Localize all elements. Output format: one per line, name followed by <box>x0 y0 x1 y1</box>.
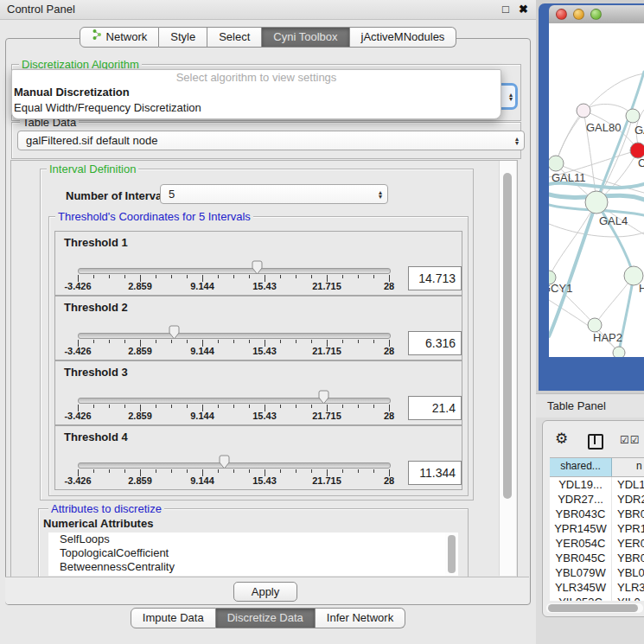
slider-track[interactable] <box>78 268 391 274</box>
network-node[interactable] <box>588 318 602 332</box>
cell-name: YDR2 <box>612 492 644 507</box>
slider-handle[interactable] <box>252 260 263 275</box>
tab-impute-data[interactable]: Impute Data <box>131 608 216 628</box>
network-node[interactable] <box>577 104 590 118</box>
tick-label: 9.144 <box>190 346 214 356</box>
panel-title: Control Panel <box>7 0 75 19</box>
column-header-name[interactable]: n <box>612 458 644 476</box>
apply-button[interactable]: Apply <box>233 582 297 602</box>
threshold-value-field[interactable]: 11.344 <box>408 461 462 485</box>
tab-label: Impute Data <box>143 609 204 628</box>
tick-mark <box>156 405 156 408</box>
tick-mark <box>249 469 250 473</box>
network-icon <box>92 28 102 47</box>
tab-discretize-data[interactable]: Discretize Data <box>216 608 316 628</box>
column-header-shared-name[interactable]: shared... <box>550 458 612 476</box>
table-row[interactable]: YPR145WYPR1 <box>550 521 644 536</box>
cell-shared-name: YLR345W <box>550 580 612 595</box>
table-row[interactable]: YDL19...YDL1 <box>550 477 644 492</box>
slider-track[interactable] <box>78 398 391 404</box>
scrollbar-thumb[interactable] <box>503 173 512 499</box>
horizontal-scrollbar[interactable] <box>546 603 643 613</box>
tick-label: -3.426 <box>64 281 91 291</box>
slider-track[interactable] <box>78 333 391 339</box>
network-window-titlebar[interactable] <box>549 5 644 24</box>
table-row[interactable]: YBL079WYBL0 <box>550 565 644 580</box>
spin-down-icon: ▾ <box>515 141 519 145</box>
cell-name: YBR0 <box>612 507 644 521</box>
tick-label: 28 <box>384 475 394 486</box>
close-icon[interactable]: ✖ <box>519 2 528 17</box>
table-data-combo[interactable]: galFiltered.sif default node ▴ ▾ <box>17 131 525 150</box>
slider-track[interactable] <box>78 462 391 469</box>
tab-network[interactable]: Network <box>80 27 160 48</box>
minimize-window-icon[interactable] <box>573 9 584 20</box>
vertical-scrollbar[interactable] <box>499 161 516 576</box>
tick-label: 2.859 <box>128 281 152 291</box>
node-label: HA <box>639 282 644 295</box>
attributes-list-scrollbar[interactable] <box>445 532 458 576</box>
table-row[interactable]: YBR043CYBR0 <box>550 507 644 521</box>
gear-icon[interactable]: ⚙ <box>555 431 568 446</box>
control-panel-header: Control Panel □ ✖ <box>0 0 536 20</box>
tick-mark <box>187 469 188 473</box>
control-panel: Control Panel □ ✖ NetworkStyleSelectCyni… <box>0 0 536 644</box>
cell-shared-name: YDL19... <box>550 477 612 492</box>
attribute-list-item[interactable]: TopologicalCoefficient <box>48 546 445 560</box>
threshold-value-field[interactable]: 6.316 <box>408 331 462 355</box>
zoom-window-icon[interactable] <box>590 9 602 20</box>
tick-mark <box>156 340 156 343</box>
tab-select[interactable]: Select <box>207 27 262 48</box>
tab-label: Network <box>106 28 148 47</box>
table-row[interactable]: YIL053CYIL0 <box>550 595 644 601</box>
select-columns-icon[interactable]: ☑☑ <box>620 435 641 445</box>
threshold-label: Threshold 2 <box>64 301 128 314</box>
network-view-window[interactable]: GAL80GACGAL11GAL4GCY1HAHAP2 <box>539 3 644 391</box>
cell-name: YER0 <box>612 536 644 551</box>
tick-mark <box>296 340 296 343</box>
float-window-icon[interactable]: □ <box>502 2 509 17</box>
slider-handle[interactable] <box>169 325 180 340</box>
tab-label: Discretize Data <box>227 609 303 628</box>
tick-mark <box>296 405 296 408</box>
network-node[interactable] <box>585 191 608 214</box>
network-canvas[interactable]: GAL80GACGAL11GAL4GCY1HAHAP2 <box>549 23 644 357</box>
threshold-panel: Threshold 1-3.4262.8599.14415.4321.71528… <box>54 231 462 296</box>
dropdown-option[interactable]: Manual Discretization <box>12 85 501 100</box>
tick-mark <box>249 405 250 408</box>
spin-down-icon: ▾ <box>379 194 382 199</box>
network-node[interactable] <box>549 156 564 171</box>
tick-mark <box>124 275 125 278</box>
table-row[interactable]: YBR045CYBR0 <box>550 551 644 565</box>
tick-label: 21.715 <box>312 346 341 356</box>
table-row[interactable]: YDR27...YDR2 <box>550 492 644 507</box>
cell-shared-name: YBR043C <box>550 507 612 521</box>
slider-handle[interactable] <box>318 390 329 405</box>
table-row[interactable]: YER054CYER0 <box>550 536 644 551</box>
column-layout-icon[interactable] <box>588 434 603 450</box>
tab-label: Cyni Toolbox <box>273 28 337 47</box>
scrollbar-thumb[interactable] <box>548 604 638 612</box>
dropdown-option[interactable]: Equal Width/Frequency Discretization <box>12 100 501 116</box>
cell-shared-name: YBL079W <box>550 565 612 580</box>
table-row[interactable]: YLR345WYLR3 <box>550 580 644 595</box>
dropdown-placeholder-option[interactable]: Select algorithm to view settings <box>12 70 501 85</box>
tab-style[interactable]: Style <box>159 27 207 48</box>
tab-jactivemnodules[interactable]: jActiveMNodules <box>350 27 457 48</box>
tick-mark <box>358 469 359 473</box>
threshold-value-field[interactable]: 14.713 <box>408 266 462 290</box>
network-node[interactable] <box>613 347 625 357</box>
cell-name: YBR0 <box>612 551 644 565</box>
scrollbar-thumb[interactable] <box>448 535 456 573</box>
attribute-list-item[interactable]: BetweennessCentrality <box>48 560 445 574</box>
cell-shared-name: YIL053C <box>550 595 612 601</box>
number-of-intervals-combo[interactable]: 5 ▴ ▾ <box>160 184 388 204</box>
tab-infer-network[interactable]: Infer Network <box>316 608 405 628</box>
threshold-value-field[interactable]: 21.4 <box>408 396 462 420</box>
slider-handle[interactable] <box>219 455 230 469</box>
close-window-icon[interactable] <box>556 9 567 20</box>
attribute-list-item[interactable]: SelfLoops <box>48 532 445 546</box>
tick-mark <box>342 340 343 343</box>
tab-cyni-toolbox[interactable]: Cyni Toolbox <box>262 27 349 48</box>
network-node[interactable] <box>626 109 640 123</box>
